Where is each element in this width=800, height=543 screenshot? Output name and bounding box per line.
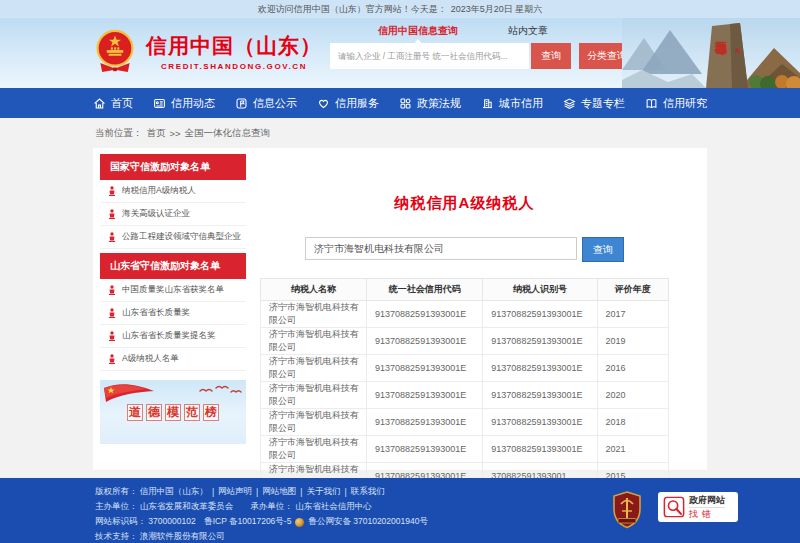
public-security-badge-icon xyxy=(295,518,304,527)
footer-link-statement[interactable]: 网站声明 xyxy=(218,486,252,498)
gov-website-error-badge[interactable]: 政府网站 找错 xyxy=(658,492,738,522)
main-content: 纳税信用A级纳税人 查询 纳税人名称 统一社会信用代码 纳税人识别号 评价年度 … xyxy=(246,154,707,470)
table-cell: 济宁市海智机电科技有限公司 xyxy=(261,355,367,382)
heart-icon xyxy=(317,97,330,110)
company-search-input[interactable] xyxy=(305,237,577,260)
welcome-text: 欢迎访问信用中国（山东）官方网站！今天是： xyxy=(258,3,447,16)
header-search-input[interactable] xyxy=(330,43,529,69)
sidebar-section-title: 山东省守信激励对象名单 xyxy=(100,253,246,279)
home-icon xyxy=(93,97,106,110)
company-search-bar: 查询 xyxy=(260,237,669,262)
table-body: 济宁市海智机电科技有限公司91370882591393001E913708825… xyxy=(261,301,669,490)
welcome-bar: 欢迎访问信用中国（山东）官方网站！今天是： 2023年5月20日 星期六 xyxy=(0,0,800,18)
site-title: 信用中国（山东） xyxy=(146,32,322,60)
main-nav: 首页 信用动态 信息公示 信用服务 政策法规 城市信用 专题专栏 信用研究 xyxy=(0,88,800,118)
nav-credit-dynamics[interactable]: 信用动态 xyxy=(153,96,215,111)
sidebar: 国家守信激励对象名单 纳税信用A级纳税人 海关高级认证企业 公路工程建设领域守信… xyxy=(100,154,246,470)
footer-separator: | xyxy=(345,487,347,497)
table-row: 济宁市海智机电科技有限公司91370882591393001E913708825… xyxy=(261,301,669,328)
nav-credit-service[interactable]: 信用服务 xyxy=(317,96,379,111)
nav-label: 信用服务 xyxy=(335,96,379,111)
table-cell: 91370882591393001E xyxy=(483,436,597,463)
banner-char: 模 xyxy=(165,404,181,421)
content-card: 国家守信激励对象名单 纳税信用A级纳税人 海关高级认证企业 公路工程建设领域守信… xyxy=(93,148,707,470)
banner-char: 范 xyxy=(184,404,200,421)
col-taxpayer-name: 纳税人名称 xyxy=(261,279,367,301)
footer-link-sitemap[interactable]: 网站地图 xyxy=(262,486,296,498)
header-search: 信用中国信息查询 站内文章 查询 分类查询 xyxy=(330,21,635,69)
nav-city-credit[interactable]: 城市信用 xyxy=(481,96,543,111)
sidebar-item-china-quality-award[interactable]: 中国质量奖山东省获奖名单 xyxy=(100,279,246,302)
table-cell: 济宁市海智机电科技有限公司 xyxy=(261,301,367,328)
footer-link-about[interactable]: 关于我们 xyxy=(307,486,341,498)
company-query-button[interactable]: 查询 xyxy=(582,237,624,262)
footer-separator: | xyxy=(256,487,258,497)
sidebar-section-title: 国家守信激励对象名单 xyxy=(100,154,246,180)
table-cell: 济宁市海智机电科技有限公司 xyxy=(261,436,367,463)
sidebar-section-national: 国家守信激励对象名单 纳税信用A级纳税人 海关高级认证企业 公路工程建设领域守信… xyxy=(100,154,246,249)
sidebar-section-provincial: 山东省守信激励对象名单 中国质量奖山东省获奖名单 山东省省长质量奖 山东省省长质… xyxy=(100,253,246,371)
col-eval-year: 评价年度 xyxy=(597,279,668,301)
red-flag-icon xyxy=(102,382,160,406)
table-row: 济宁市海智机电科技有限公司91370882591393001E913708825… xyxy=(261,382,669,409)
tab-site-articles[interactable]: 站内文章 xyxy=(508,24,548,38)
medal-icon xyxy=(108,285,116,295)
sidebar-item-customs-certified[interactable]: 海关高级认证企业 xyxy=(100,203,246,226)
footer-separator: | xyxy=(212,487,214,497)
gov-badge-line1: 政府网站 xyxy=(689,495,725,505)
table-cell: 2020 xyxy=(597,382,668,409)
table-row: 济宁市海智机电科技有限公司91370882591393001E913708825… xyxy=(261,328,669,355)
breadcrumb: 当前位置： 首页 >> 全国一体化信息查询 xyxy=(0,118,800,148)
tech-support-text: 技术支持： 浪潮软件股份有限公司 xyxy=(95,531,225,543)
search-tabs: 信用中国信息查询 站内文章 xyxy=(330,21,635,40)
sidebar-item-a-level-taxpayer-list[interactable]: A级纳税人名单 xyxy=(100,348,246,371)
medal-icon xyxy=(108,232,116,242)
table-cell: 91370882591393001E xyxy=(483,301,597,328)
taxpayer-table: 纳税人名称 统一社会信用代码 纳税人识别号 评价年度 济宁市海智机电科技有限公司… xyxy=(260,278,669,490)
nav-credit-research[interactable]: 信用研究 xyxy=(645,96,707,111)
table-cell: 济宁市海智机电科技有限公司 xyxy=(261,409,367,436)
medal-icon xyxy=(108,331,116,341)
tab-credit-info-query[interactable]: 信用中国信息查询 xyxy=(378,24,458,38)
sidebar-item-label: 海关高级认证企业 xyxy=(122,208,190,220)
site-id-icp-text: 网站标识码： 3700000102 鲁ICP 备10017206号-5 xyxy=(95,516,291,528)
banner-char: 道 xyxy=(127,404,143,421)
table-cell: 91370882591393001E xyxy=(367,301,483,328)
table-cell: 2019 xyxy=(597,328,668,355)
banner-text: 道 德 模 范 榜 xyxy=(100,404,246,421)
table-cell: 91370882591393001E xyxy=(367,409,483,436)
nav-info-publicity[interactable]: 信息公示 xyxy=(235,96,297,111)
organizer-text: 主办单位： 山东省发展和改革委员会 承办单位： 山东省社会信用中心 xyxy=(95,501,372,513)
medal-icon xyxy=(108,308,116,318)
sidebar-item-tax-a-taxpayer[interactable]: 纳税信用A级纳税人 xyxy=(100,180,246,203)
copyright-text: 版权所有： 信用中国（山东） xyxy=(95,486,208,498)
nav-home[interactable]: 首页 xyxy=(93,96,133,111)
nav-special-columns[interactable]: 专题专栏 xyxy=(563,96,625,111)
medal-icon xyxy=(108,354,116,364)
gov-shield-badge[interactable] xyxy=(612,491,642,529)
breadcrumb-current: 全国一体化信息查询 xyxy=(185,127,271,140)
site-logo[interactable]: 信用中国（山东） CREDIT.SHANDONG.GOV.CN xyxy=(93,28,322,74)
col-taxpayer-id: 纳税人识别号 xyxy=(483,279,597,301)
table-cell: 济宁市海智机电科技有限公司 xyxy=(261,382,367,409)
breadcrumb-home-link[interactable]: 首页 xyxy=(147,127,166,140)
current-date: 2023年5月20日 星期六 xyxy=(451,3,543,16)
table-header-row: 纳税人名称 统一社会信用代码 纳税人识别号 评价年度 xyxy=(261,279,669,301)
magnifier-icon xyxy=(663,496,685,518)
header-search-button[interactable]: 查询 xyxy=(531,43,571,69)
sidebar-item-governor-quality-award[interactable]: 山东省省长质量奖 xyxy=(100,302,246,325)
col-social-credit-code: 统一社会信用代码 xyxy=(367,279,483,301)
sidebar-item-highway-trustworthy[interactable]: 公路工程建设领域守信典型企业 xyxy=(100,226,246,249)
table-cell: 2017 xyxy=(597,301,668,328)
sidebar-item-label: A级纳税人名单 xyxy=(122,353,179,365)
footer-link-contact[interactable]: 联系我们 xyxy=(351,486,385,498)
sidebar-item-governor-award-nomination[interactable]: 山东省省长质量奖提名奖 xyxy=(100,325,246,348)
mount-tai-banner-image: 五岳独尊 昂头天外 xyxy=(622,18,800,88)
nav-label: 城市信用 xyxy=(499,96,543,111)
footer-separator: | xyxy=(300,487,302,497)
flag-file-icon xyxy=(235,97,248,110)
table-cell: 91370882591393001E xyxy=(483,328,597,355)
moral-model-banner[interactable]: 道 德 模 范 榜 xyxy=(100,380,246,444)
national-emblem-icon xyxy=(93,28,137,74)
nav-policy[interactable]: 政策法规 xyxy=(399,96,461,111)
